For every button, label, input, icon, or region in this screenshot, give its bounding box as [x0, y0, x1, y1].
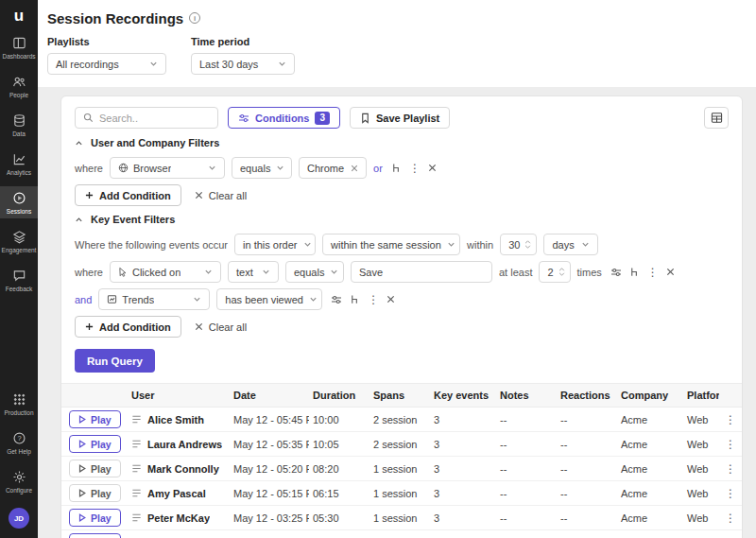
value-chip[interactable]: Chrome [299, 157, 367, 179]
page-header: Session Recordings i [38, 0, 756, 30]
remove-row-icon[interactable] [666, 268, 675, 276]
user-avatar[interactable]: JD [9, 508, 29, 529]
app-window: u Dashboards People Data Analytics Sessi… [0, 0, 756, 538]
chevron-down-icon [204, 268, 213, 276]
table-row[interactable]: Play Amy Pascal May 12 - 05:15 PM 06:15 … [61, 481, 742, 506]
row-menu-icon[interactable]: ⋮ [725, 439, 736, 450]
property-select[interactable]: text [228, 261, 279, 283]
stepper-arrows-icon[interactable] [558, 268, 565, 276]
clear-all-button[interactable]: Clear all [195, 190, 247, 201]
advanced-sliders-icon[interactable] [610, 267, 622, 278]
run-query-button[interactable]: Run Query [75, 349, 155, 373]
row-menu-icon[interactable]: ⋮ [368, 294, 379, 305]
event-select[interactable]: Clicked on [110, 261, 221, 283]
play-button[interactable]: Play [69, 509, 121, 527]
sidebar-item-production[interactable]: Production [0, 388, 38, 420]
table-row[interactable]: Play Peter McKay May 12 - 03:25 PM 05:30… [61, 506, 742, 530]
connector-and[interactable]: and [75, 294, 92, 305]
search-icon [83, 113, 94, 123]
nest-condition-icon[interactable] [629, 267, 640, 277]
row-menu-icon[interactable]: ⋮ [725, 463, 736, 475]
row-menu-icon[interactable]: ⋮ [725, 414, 736, 425]
key-event-actions: Add Condition Clear all [75, 316, 729, 338]
play-button[interactable]: Play [69, 484, 121, 502]
section-key-event-filters[interactable]: Key Event Filters [75, 214, 729, 225]
playlists-select[interactable]: All recordings [47, 53, 166, 75]
sidebar-item-analytics[interactable]: Analytics [0, 148, 38, 180]
chevron-down-icon [276, 164, 284, 172]
event-select[interactable]: Trends [98, 288, 210, 310]
transcript-icon[interactable] [131, 463, 142, 474]
app-logo[interactable]: u [14, 8, 24, 24]
table-row[interactable]: Play Laura Andrews May 12 - 05:35 PM 10:… [61, 432, 742, 457]
user-name: Alice Smith [147, 414, 204, 425]
sidebar-item-engagement[interactable]: Engagement [0, 225, 38, 257]
row-menu-icon[interactable]: ⋮ [409, 163, 421, 174]
row-menu-icon[interactable]: ⋮ [647, 267, 659, 278]
operator-select[interactable]: equals [232, 157, 292, 179]
chevron-down-icon [309, 295, 318, 304]
sidebar-item-sessions[interactable]: Sessions [0, 186, 38, 218]
transcript-icon[interactable] [131, 512, 142, 523]
table-row[interactable]: Play Alice Smith May 12 - 05:45 PM 10:00… [61, 408, 742, 432]
transcript-icon[interactable] [131, 488, 142, 498]
clear-all-button[interactable]: Clear all [195, 321, 247, 333]
search-box [75, 107, 218, 129]
field-select[interactable]: Browser [110, 157, 225, 179]
time-period-select[interactable]: Last 30 days [191, 53, 295, 75]
sidebar-item-configure[interactable]: Configure [0, 465, 38, 497]
play-button[interactable]: Play [69, 435, 121, 453]
engagement-icon [12, 230, 26, 244]
transcript-icon[interactable] [131, 439, 142, 449]
play-button[interactable]: Play [69, 533, 121, 538]
row-menu-icon[interactable]: ⋮ [725, 512, 736, 524]
event-value-input[interactable] [351, 261, 492, 283]
user-filters-actions: Add Condition Clear all [75, 184, 729, 206]
within-value-stepper[interactable]: 30 [500, 234, 537, 255]
unit-select[interactable]: days [543, 234, 598, 255]
row-menu-icon[interactable]: ⋮ [725, 488, 736, 499]
info-icon[interactable]: i [189, 12, 200, 24]
cell-notes: -- [496, 488, 557, 499]
remove-row-icon[interactable] [428, 164, 437, 172]
remove-row-icon[interactable] [387, 295, 395, 304]
transcript-icon[interactable] [131, 414, 142, 425]
scope-select[interactable]: within the same session [322, 234, 460, 255]
table-row[interactable]: Play Mark Connolly May 12 - 05:20 PM 08:… [61, 457, 742, 481]
view-toggle-button[interactable] [704, 107, 729, 129]
cell-notes: -- [496, 463, 557, 475]
chip-remove-icon[interactable] [351, 165, 358, 172]
add-condition-button[interactable]: Add Condition [75, 184, 181, 206]
user-name: Mark Connolly [147, 463, 219, 475]
add-condition-button[interactable]: Add Condition [75, 316, 181, 338]
connector-or[interactable]: or [373, 163, 383, 174]
cell-notes: -- [496, 414, 557, 425]
cell-notes: -- [496, 512, 557, 524]
col-spans: Spans [369, 390, 430, 401]
event-operator-select[interactable]: has been viewed [216, 288, 322, 310]
conditions-button[interactable]: Conditions 3 [228, 107, 340, 129]
times-stepper[interactable]: 2 [539, 261, 570, 283]
chevron-down-icon [447, 240, 455, 249]
advanced-sliders-icon[interactable] [331, 294, 342, 305]
page-title: Session Recordings [47, 10, 183, 26]
sidebar-item-people[interactable]: People [0, 70, 38, 102]
section-user-company-filters[interactable]: User and Company Filters [75, 137, 729, 148]
play-button[interactable]: Play [69, 460, 121, 477]
stepper-arrows-icon[interactable] [524, 240, 531, 249]
search-input[interactable] [99, 113, 210, 124]
sidebar-item-data[interactable]: Data [0, 109, 38, 141]
sidebar-item-feedback[interactable]: Feedback [0, 264, 38, 296]
event-operator-select[interactable]: equals [285, 261, 344, 283]
play-button[interactable]: Play [69, 410, 121, 428]
table-row[interactable]: Play Hannah Donnelley May 12 - 02:10 PM … [61, 530, 742, 538]
sidebar: u Dashboards People Data Analytics Sessi… [0, 0, 38, 538]
feedback-icon [12, 269, 26, 283]
sidebar-item-get-help[interactable]: ? Get Help [0, 426, 38, 459]
nest-condition-icon[interactable] [391, 163, 402, 173]
order-select[interactable]: in this order [234, 234, 316, 255]
cell-date: May 12 - 05:35 PM [230, 439, 309, 450]
nest-condition-icon[interactable] [350, 294, 360, 304]
sidebar-item-dashboards[interactable]: Dashboards [0, 31, 38, 63]
save-playlist-button[interactable]: Save Playlist [350, 107, 450, 129]
